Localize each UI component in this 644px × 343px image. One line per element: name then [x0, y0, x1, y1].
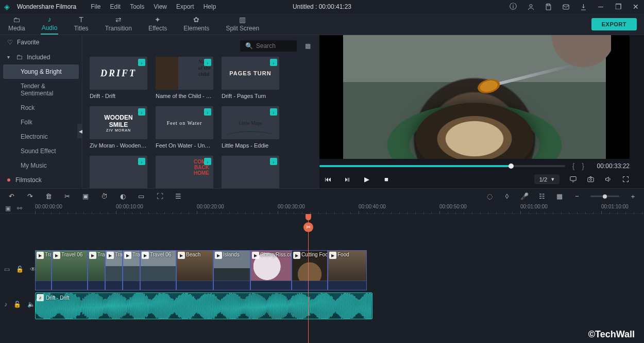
- tab-elements[interactable]: ✿Elements: [182, 14, 210, 34]
- link-icon[interactable]: ⚯: [17, 205, 22, 212]
- redo-icon[interactable]: ↷: [26, 192, 34, 201]
- video-clip[interactable]: ▶Cutting Food: [292, 250, 328, 290]
- audio-clip[interactable]: ♪Drift - Drift: [35, 292, 372, 319]
- export-button[interactable]: EXPORT: [591, 18, 637, 30]
- mail-icon[interactable]: [562, 3, 570, 11]
- playhead[interactable]: ✂: [308, 214, 309, 343]
- account-icon[interactable]: [527, 3, 535, 11]
- prev-frame-icon[interactable]: ⏮: [324, 175, 332, 184]
- asset-item[interactable]: Feet on Water↓ Feet On Water - Unexpec..…: [156, 106, 213, 149]
- scissors-icon[interactable]: ✂: [303, 222, 313, 232]
- grid-view-icon[interactable]: ▦: [303, 41, 312, 51]
- video-clip[interactable]: ▶Beach: [176, 250, 213, 290]
- snapshot-icon[interactable]: [586, 175, 595, 184]
- menu-tools[interactable]: Tools: [130, 3, 144, 10]
- sidebar-item-folk[interactable]: Folk: [0, 115, 82, 129]
- render-icon[interactable]: ◌: [485, 192, 494, 201]
- mark-in-icon[interactable]: {: [572, 162, 575, 170]
- speed-icon[interactable]: ⏱: [100, 192, 108, 201]
- mute-icon[interactable]: 🔈: [27, 301, 35, 308]
- tab-titles[interactable]: TTitles: [73, 14, 89, 34]
- asset-item[interactable]: ↓: [90, 156, 147, 188]
- volume-icon[interactable]: [604, 175, 612, 184]
- sidebar-item-my-music[interactable]: My Music: [0, 158, 82, 173]
- delete-icon[interactable]: 🗑: [44, 192, 53, 201]
- video-track-icon[interactable]: ▭: [4, 266, 10, 273]
- asset-item[interactable]: ↓: [222, 156, 279, 188]
- video-clip[interactable]: ▶Tra: [123, 250, 140, 290]
- snapshot2-icon[interactable]: ▦: [555, 192, 564, 201]
- search-input[interactable]: [256, 42, 292, 50]
- stop-icon[interactable]: ■: [382, 175, 391, 184]
- asset-item[interactable]: WOODENSMILEZIV MORAN↓ Ziv Moran - Wooden…: [90, 106, 147, 149]
- lock-icon[interactable]: 🔓: [16, 266, 24, 273]
- menu-help[interactable]: Help: [204, 3, 216, 10]
- save-icon[interactable]: [544, 3, 552, 11]
- asset-item[interactable]: COMEBACKHOME↓: [156, 156, 213, 188]
- tab-media[interactable]: 🗀Media: [7, 14, 26, 34]
- undo-icon[interactable]: ↶: [7, 192, 15, 201]
- audio-track-icon[interactable]: ♪: [4, 301, 7, 308]
- preview-quality-select[interactable]: 1/2▾: [534, 174, 560, 184]
- window-close-icon[interactable]: ✕: [632, 3, 640, 11]
- download-badge-icon[interactable]: ↓: [138, 108, 145, 116]
- asset-item[interactable]: PAGES TURN↓ Drift - Pages Turn: [222, 57, 279, 99]
- scrub-track[interactable]: [319, 165, 565, 167]
- video-clip[interactable]: ▶Tra: [105, 250, 123, 290]
- search-box[interactable]: 🔍: [240, 40, 297, 52]
- playhead-handle[interactable]: [306, 214, 311, 220]
- window-minimize-icon[interactable]: ─: [597, 3, 605, 11]
- voiceover-icon[interactable]: 🎤: [520, 192, 529, 201]
- color-icon[interactable]: ◐: [118, 192, 127, 201]
- timeline-ruler[interactable]: 00:00:00:0000:00:10:0000:00:20:0000:00:3…: [35, 204, 644, 214]
- sidebar-item-sound-effect[interactable]: Sound Effect: [0, 144, 82, 158]
- download-badge-icon[interactable]: ↓: [204, 108, 211, 116]
- download-badge-icon[interactable]: ↓: [138, 158, 145, 165]
- mixer-icon[interactable]: ☷: [538, 192, 546, 201]
- video-clip[interactable]: ▶Tra: [88, 250, 105, 290]
- video-clip[interactable]: ▶Tra: [35, 250, 52, 290]
- sidebar-included[interactable]: ▾🗀Included: [0, 50, 82, 64]
- info-icon[interactable]: ⓘ: [509, 3, 517, 11]
- freeze-icon[interactable]: ⛶: [156, 192, 164, 201]
- download-badge-icon[interactable]: ↓: [270, 158, 277, 165]
- download-icon[interactable]: [579, 3, 587, 11]
- video-clip[interactable]: ▶Travel 06: [140, 250, 176, 290]
- tab-splitscreen[interactable]: ▥Split Screen: [225, 14, 260, 34]
- crop-icon[interactable]: ▣: [81, 192, 90, 201]
- sidebar-item-electronic[interactable]: Electronic: [0, 129, 82, 144]
- display-icon[interactable]: [569, 175, 577, 184]
- video-clip[interactable]: ▶CherryRiss.com: [250, 250, 292, 290]
- download-badge-icon[interactable]: ↓: [204, 158, 211, 165]
- marker-icon[interactable]: ◊: [503, 192, 511, 201]
- zoom-slider[interactable]: [590, 195, 619, 197]
- window-restore-icon[interactable]: ❐: [614, 3, 622, 11]
- mark-out-icon[interactable]: }: [582, 162, 584, 170]
- menu-edit[interactable]: Edit: [110, 3, 121, 10]
- download-badge-icon[interactable]: ↓: [270, 108, 277, 116]
- menu-file[interactable]: File: [91, 3, 100, 10]
- video-preview[interactable]: [319, 35, 630, 159]
- sidebar-item-tender[interactable]: Tender & Sentimental: [0, 79, 82, 101]
- sidebar-favorite[interactable]: ♡Favorite: [0, 35, 82, 50]
- split-icon[interactable]: ✂: [63, 192, 71, 201]
- sidebar-item-rock[interactable]: Rock: [0, 101, 82, 115]
- video-track[interactable]: ▶Tra▶Travel 06▶Tra▶Tra▶Tra▶Travel 06▶Bea…: [35, 250, 367, 290]
- scrub-thumb[interactable]: [509, 164, 514, 169]
- menu-view[interactable]: View: [154, 3, 167, 10]
- video-clip[interactable]: ▶Food: [328, 250, 367, 290]
- fullscreen-icon[interactable]: [621, 175, 630, 184]
- lock-icon[interactable]: 🔓: [13, 301, 21, 308]
- asset-item[interactable]: Nameof thechild↓ Name of the Child - Mot…: [156, 57, 213, 99]
- play-icon[interactable]: ▶: [363, 175, 371, 184]
- manage-tracks-icon[interactable]: ▣: [5, 205, 11, 212]
- video-clip[interactable]: ▶Islands: [213, 250, 250, 290]
- asset-item[interactable]: DRIFT↓ Drift - Drift: [90, 57, 147, 99]
- zoom-in-icon[interactable]: ＋: [629, 192, 637, 201]
- zoom-thumb[interactable]: [603, 194, 607, 199]
- download-badge-icon[interactable]: ↓: [138, 59, 145, 66]
- zoom-out-icon[interactable]: −: [573, 192, 581, 201]
- menu-export[interactable]: Export: [176, 3, 194, 10]
- greenscreen-icon[interactable]: ▭: [137, 192, 145, 201]
- sidebar-filmstock[interactable]: Filmstock: [0, 173, 82, 187]
